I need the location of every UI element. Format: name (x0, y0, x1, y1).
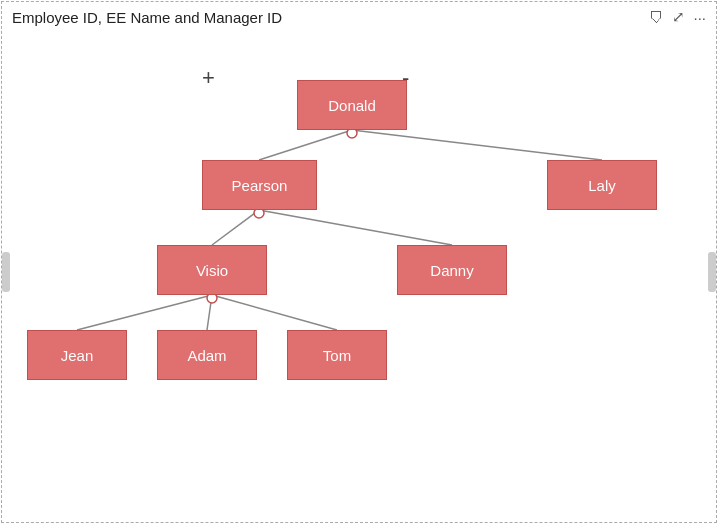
node-pearson[interactable]: Pearson (202, 160, 317, 210)
svg-line-8 (212, 295, 337, 330)
node-jean[interactable]: Jean (27, 330, 127, 380)
node-visio[interactable]: Visio (157, 245, 267, 295)
chart-area: + - Donald Pearson Laly Visio Danny Jean… (2, 30, 716, 514)
page-title: Employee ID, EE Name and Manager ID (12, 9, 282, 26)
filter-icon[interactable]: ⛉ (649, 9, 664, 26)
expand-icon[interactable]: ⤢ (672, 8, 685, 26)
svg-line-3 (212, 210, 259, 245)
node-adam[interactable]: Adam (157, 330, 257, 380)
svg-line-4 (259, 210, 452, 245)
header: Employee ID, EE Name and Manager ID ⛉ ⤢ … (2, 2, 716, 30)
svg-line-1 (352, 130, 602, 160)
node-tom[interactable]: Tom (287, 330, 387, 380)
node-danny[interactable]: Danny (397, 245, 507, 295)
header-icons: ⛉ ⤢ ··· (649, 8, 706, 26)
node-laly[interactable]: Laly (547, 160, 657, 210)
more-icon[interactable]: ··· (693, 9, 706, 26)
svg-line-6 (77, 295, 212, 330)
main-container: Employee ID, EE Name and Manager ID ⛉ ⤢ … (1, 1, 717, 523)
zoom-in-button[interactable]: + (202, 65, 215, 91)
node-donald[interactable]: Donald (297, 80, 407, 130)
svg-line-0 (259, 130, 352, 160)
